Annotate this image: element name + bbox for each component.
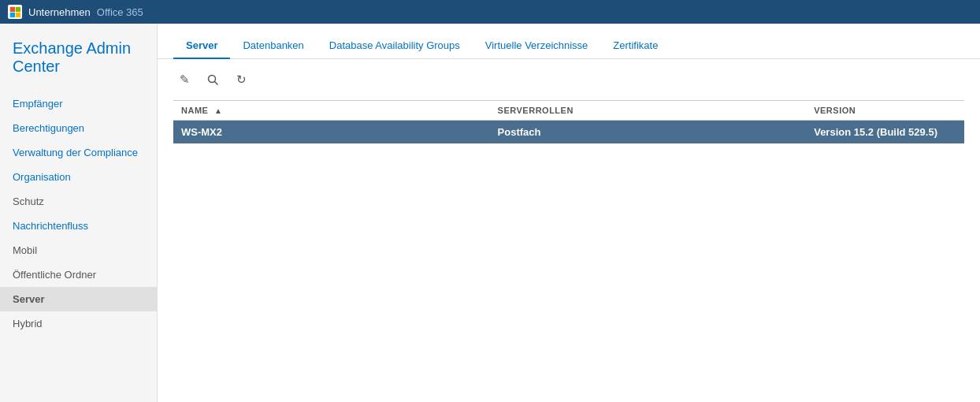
content-area: ServerDatenbankenDatabase Availability G… <box>158 24 980 402</box>
svg-rect-2 <box>10 13 15 17</box>
table-body: WS-MX2PostfachVersion 15.2 (Build 529.5) <box>173 121 964 144</box>
sidebar-item-organisation[interactable]: Organisation <box>0 165 157 189</box>
server-table: NAME ▲ SERVERROLLEN VERSION WS-MX2Postfa… <box>173 100 964 143</box>
svg-rect-3 <box>16 13 20 17</box>
sidebar-item-hybrid[interactable]: Hybrid <box>0 311 157 336</box>
col-serverrollen: SERVERROLLEN <box>490 101 807 121</box>
office-logo <box>8 5 22 19</box>
sidebar-item-empfanger[interactable]: Empfänger <box>0 91 157 116</box>
sidebar-item-verwaltung[interactable]: Verwaltung der Compliance <box>0 140 157 165</box>
tab-server[interactable]: Server <box>173 33 230 59</box>
refresh-button[interactable]: ↻ <box>230 69 252 91</box>
cell-serverrollen: Postfach <box>490 121 807 144</box>
cell-version: Version 15.2 (Build 529.5) <box>806 121 964 144</box>
sidebar: Exchange Admin Center EmpfängerBerechtig… <box>0 24 158 402</box>
sort-icon: ▲ <box>214 106 222 115</box>
sidebar-item-schutz[interactable]: Schutz <box>0 189 157 214</box>
sidebar-nav: EmpfängerBerechtigungenVerwaltung der Co… <box>0 91 157 336</box>
cell-name: WS-MX2 <box>173 121 490 144</box>
top-bar: Unternehmen Office 365 <box>0 0 980 24</box>
company-name: Unternehmen <box>28 6 91 18</box>
tab-dag[interactable]: Database Availability Groups <box>317 33 473 59</box>
svg-rect-1 <box>16 7 20 12</box>
table-row[interactable]: WS-MX2PostfachVersion 15.2 (Build 529.5) <box>173 121 964 144</box>
col-version: VERSION <box>806 101 964 121</box>
sidebar-item-nachrichtenfluss[interactable]: Nachrichtenfluss <box>0 214 157 238</box>
page-title: Exchange Admin Center <box>0 32 157 91</box>
search-button[interactable] <box>202 69 224 91</box>
col-name[interactable]: NAME ▲ <box>173 101 490 121</box>
product-name: Office 365 <box>97 6 143 18</box>
tab-zertifikate[interactable]: Zertifikate <box>600 33 670 59</box>
tab-bar: ServerDatenbankenDatabase Availability G… <box>158 24 980 59</box>
sidebar-item-offentliche[interactable]: Öffentliche Ordner <box>0 262 157 287</box>
toolbar: ✎ ↻ <box>158 59 980 100</box>
edit-button[interactable]: ✎ <box>173 69 195 91</box>
sidebar-item-server[interactable]: Server <box>0 287 157 311</box>
svg-rect-0 <box>10 7 15 12</box>
sidebar-item-mobil[interactable]: Mobil <box>0 238 157 262</box>
sidebar-item-berechtigungen[interactable]: Berechtigungen <box>0 116 157 140</box>
tab-virtuelle[interactable]: Virtuelle Verzeichnisse <box>473 33 601 59</box>
svg-line-5 <box>215 82 218 85</box>
table-container: NAME ▲ SERVERROLLEN VERSION WS-MX2Postfa… <box>158 100 980 402</box>
tab-datenbanken[interactable]: Datenbanken <box>230 33 316 59</box>
main-container: Exchange Admin Center EmpfängerBerechtig… <box>0 24 980 402</box>
table-header: NAME ▲ SERVERROLLEN VERSION <box>173 101 964 121</box>
